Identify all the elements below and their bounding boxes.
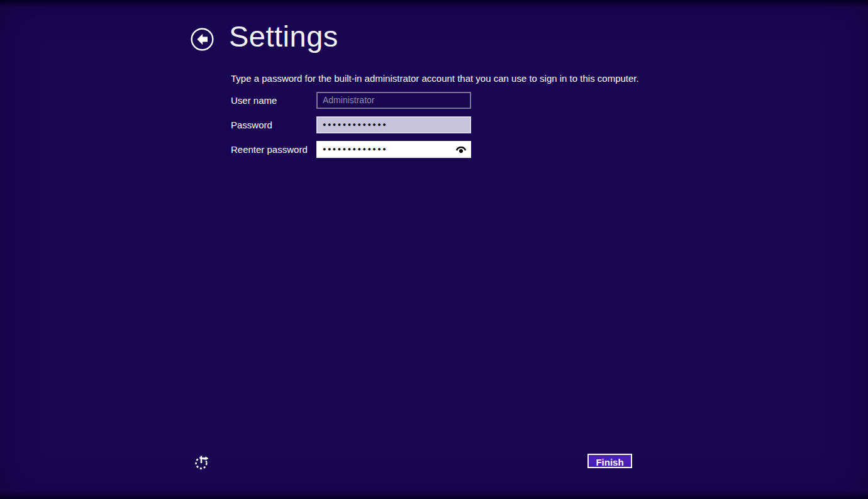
password-reveal-button[interactable] [455, 145, 467, 154]
back-button[interactable] [191, 28, 214, 51]
reenter-password-label: Reenter password [231, 141, 308, 158]
username-label: User name [231, 92, 277, 109]
page-title: Settings [229, 19, 338, 53]
username-placeholder: Administrator [323, 95, 374, 105]
page-description: Type a password for the built-in adminis… [231, 73, 684, 84]
finish-button[interactable]: Finish [587, 454, 632, 468]
reenter-password-mask: ●●●●●●●●●●●●● [323, 146, 387, 152]
password-label: Password [231, 116, 272, 133]
password-input[interactable]: ●●●●●●●●●●●●● [316, 116, 471, 133]
password-mask: ●●●●●●●●●●●●● [323, 121, 387, 128]
oobe-settings-screen: Settings Type a password for the built-i… [0, 0, 868, 499]
username-input: Administrator [316, 92, 471, 109]
back-arrow-icon [191, 28, 214, 51]
reenter-password-input[interactable]: ●●●●●●●●●●●●● [316, 141, 471, 158]
password-reveal-eye-icon [455, 145, 467, 154]
progress-spinner-icon [194, 454, 210, 471]
